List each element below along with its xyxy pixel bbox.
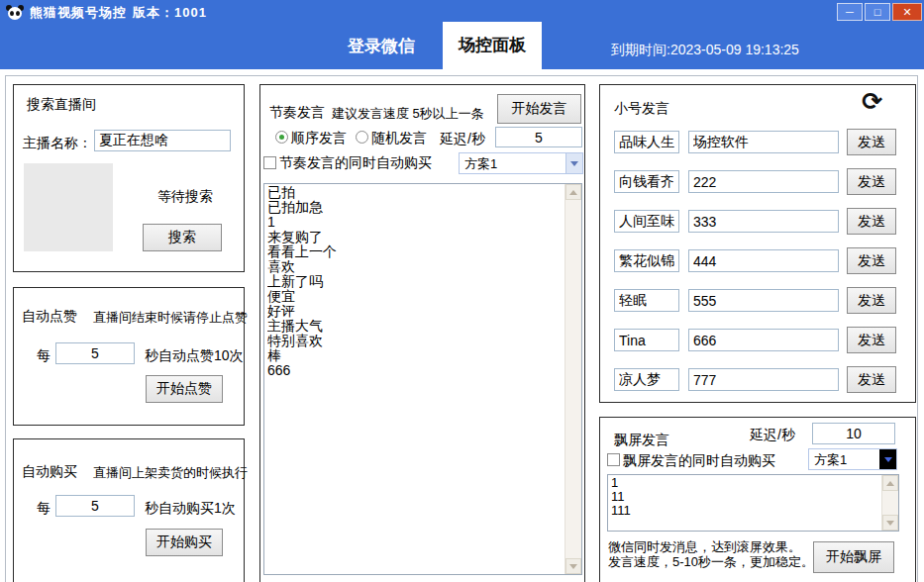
float-plan-dropdown-icon[interactable] bbox=[879, 449, 896, 469]
alt-name-input[interactable] bbox=[614, 210, 679, 233]
app-window: 熊猫视频号场控 版本：1001 ─ □ ✕ 登录微信 场控面板 到期时间:202… bbox=[0, 0, 924, 582]
rhythm-plan-dropdown-icon[interactable] bbox=[565, 153, 582, 173]
float-autobuy-checkbox[interactable] bbox=[607, 453, 620, 466]
titlebar: 熊猫视频号场控 版本：1001 bbox=[6, 3, 207, 23]
float-delay-input[interactable] bbox=[812, 423, 895, 444]
room-thumbnail bbox=[24, 163, 113, 251]
send-button[interactable]: 发送 bbox=[847, 129, 896, 155]
auto-like-suffix: 秒自动点赞10次 bbox=[145, 347, 244, 365]
alt-message-input[interactable] bbox=[688, 368, 839, 391]
rhythm-message-list[interactable]: 已拍 已拍加急 1 来复购了 看看上一个 喜欢 上新了吗 便宜 好评 主播大气 … bbox=[263, 183, 582, 575]
float-title: 飘屏发言 bbox=[614, 432, 669, 449]
sequence-speech-label: 顺序发言 bbox=[291, 130, 347, 147]
rhythm-autobuy-label: 节奏发言的同时自动购买 bbox=[279, 154, 432, 172]
float-screen-panel: 飘屏发言 延迟/秒 飘屏发言的同时自动购买 方案1 1 11 111 微信同时发… bbox=[599, 417, 916, 582]
scroll-down-icon[interactable] bbox=[565, 558, 581, 574]
search-live-room-panel: 搜索直播间 主播名称： 等待搜索 搜索 bbox=[13, 84, 245, 272]
scroll-down-icon[interactable] bbox=[882, 515, 898, 531]
app-title: 熊猫视频号场控 bbox=[30, 4, 127, 22]
alt-name-input[interactable] bbox=[614, 329, 679, 351]
rhythm-plan-value: 方案1 bbox=[464, 155, 497, 173]
float-message-list[interactable]: 1 11 111 bbox=[607, 474, 899, 532]
anchor-name-label: 主播名称： bbox=[23, 135, 92, 152]
maximize-button[interactable]: □ bbox=[865, 3, 890, 21]
alt-name-input[interactable] bbox=[614, 170, 679, 193]
rhythm-plan-select[interactable]: 方案1 bbox=[459, 152, 583, 174]
minimize-button[interactable]: ─ bbox=[837, 3, 863, 21]
search-button[interactable]: 搜索 bbox=[143, 224, 222, 251]
expire-time-label: 到期时间:2023-05-09 19:13:25 bbox=[611, 42, 799, 59]
send-button[interactable]: 发送 bbox=[847, 327, 896, 353]
rhythm-list-scrollbar[interactable] bbox=[565, 184, 581, 574]
alt-name-input[interactable] bbox=[614, 368, 679, 391]
send-button[interactable]: 发送 bbox=[847, 247, 896, 274]
alt-message-input[interactable] bbox=[688, 289, 839, 312]
auto-like-interval-input[interactable] bbox=[55, 342, 135, 364]
rhythm-autobuy-checkbox[interactable] bbox=[263, 156, 276, 169]
scroll-up-icon[interactable] bbox=[882, 475, 898, 491]
rhythm-delay-label: 延迟/秒 bbox=[440, 131, 485, 148]
start-like-button[interactable]: 开始点赞 bbox=[146, 375, 223, 403]
rhythm-hint: 建议发言速度 5秒以上一条 bbox=[332, 105, 484, 123]
rhythm-title: 节奏发言 bbox=[269, 104, 325, 122]
refresh-icon[interactable]: ⟳ bbox=[862, 89, 882, 114]
scroll-up-icon[interactable] bbox=[565, 184, 581, 200]
alt-name-input[interactable] bbox=[614, 289, 679, 312]
auto-buy-every-label: 每 bbox=[37, 500, 51, 518]
auto-like-panel: 自动点赞 直播间结束时候请停止点赞 每 秒自动点赞10次 开始点赞 bbox=[13, 287, 245, 426]
search-panel-title: 搜索直播间 bbox=[27, 96, 96, 114]
auto-buy-panel: 自动购买 直播间上架卖货的时候执行 每 秒自动购买1次 开始购买 bbox=[13, 438, 245, 582]
rhythm-message-text: 已拍 已拍加急 1 来复购了 看看上一个 喜欢 上新了吗 便宜 好评 主播大气 … bbox=[267, 185, 562, 573]
float-delay-label: 延迟/秒 bbox=[750, 427, 795, 444]
alt-message-input[interactable] bbox=[688, 210, 839, 233]
auto-buy-suffix: 秒自动购买1次 bbox=[145, 500, 236, 518]
random-speech-radio[interactable] bbox=[356, 131, 368, 144]
float-list-scrollbar[interactable] bbox=[881, 475, 898, 531]
rhythm-delay-input[interactable] bbox=[495, 127, 582, 147]
auto-buy-interval-input[interactable] bbox=[55, 495, 135, 517]
float-plan-select[interactable]: 方案1 bbox=[808, 448, 897, 470]
float-autobuy-label: 飘屏发言的同时自动购买 bbox=[623, 452, 775, 470]
panda-logo-icon bbox=[6, 5, 24, 21]
send-button[interactable]: 发送 bbox=[847, 287, 896, 314]
send-button[interactable]: 发送 bbox=[847, 168, 896, 195]
auto-buy-title: 自动购买 bbox=[22, 463, 77, 481]
header-bar: 熊猫视频号场控 版本：1001 ─ □ ✕ 登录微信 场控面板 到期时间:202… bbox=[0, 0, 924, 69]
start-speech-button[interactable]: 开始发言 bbox=[497, 94, 581, 124]
auto-like-every-label: 每 bbox=[37, 347, 51, 365]
anchor-name-input[interactable] bbox=[94, 130, 231, 151]
alt-account-title: 小号发言 bbox=[614, 100, 669, 118]
close-button[interactable]: ✕ bbox=[892, 3, 922, 21]
auto-like-hint: 直播间结束时候请停止点赞 bbox=[93, 309, 248, 327]
sequence-speech-radio[interactable] bbox=[275, 131, 288, 144]
float-message-text: 1 11 111 bbox=[611, 476, 878, 530]
float-plan-value: 方案1 bbox=[814, 451, 847, 469]
tab-login-wechat[interactable]: 登录微信 bbox=[327, 28, 436, 65]
alt-account-panel: 小号发言 ⟳ 发送 发送 发送 发送 发送 发送 发送 bbox=[599, 84, 916, 403]
tab-control-panel[interactable]: 场控面板 bbox=[443, 22, 542, 69]
start-float-button[interactable]: 开始飘屏 bbox=[813, 541, 894, 573]
app-version: 版本：1001 bbox=[133, 4, 207, 22]
alt-message-input[interactable] bbox=[688, 249, 839, 272]
send-button[interactable]: 发送 bbox=[847, 366, 896, 393]
alt-message-input[interactable] bbox=[688, 329, 839, 351]
alt-message-input[interactable] bbox=[688, 170, 839, 193]
start-buy-button[interactable]: 开始购买 bbox=[146, 529, 223, 556]
rhythm-speech-panel: 节奏发言 建议发言速度 5秒以上一条 开始发言 顺序发言 随机发言 延迟/秒 节… bbox=[259, 84, 585, 582]
send-button[interactable]: 发送 bbox=[847, 208, 896, 235]
float-note-line2: 发言速度，5-10秒一条，更加稳定。 bbox=[608, 553, 814, 571]
alt-name-input[interactable] bbox=[614, 249, 679, 272]
search-status-label: 等待搜索 bbox=[157, 188, 213, 206]
random-speech-label: 随机发言 bbox=[371, 130, 427, 147]
auto-like-title: 自动点赞 bbox=[22, 308, 77, 326]
alt-name-input[interactable] bbox=[614, 131, 679, 153]
alt-message-input[interactable] bbox=[688, 131, 839, 153]
auto-buy-hint: 直播间上架卖货的时候执行 bbox=[93, 464, 248, 482]
